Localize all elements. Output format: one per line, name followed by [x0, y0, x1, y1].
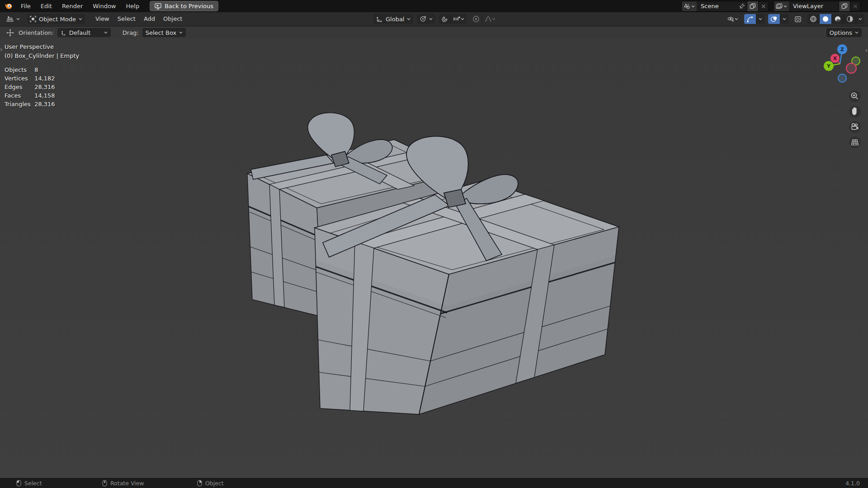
editor-type-button[interactable]	[4, 14, 23, 24]
new-viewlayer-button[interactable]	[839, 1, 850, 11]
magnet-icon	[441, 16, 448, 23]
move-tool-icon	[6, 29, 14, 37]
proportional-falloff-dropdown[interactable]	[482, 14, 498, 24]
scene-name[interactable]: Scene	[697, 3, 737, 9]
drag-setting-value: Select Box	[146, 29, 176, 36]
viewport-nav-buttons	[849, 90, 861, 148]
topbar: File Edit Render Window Help Back to Pre…	[0, 0, 868, 12]
pan-button[interactable]	[849, 106, 861, 117]
wireframe-sphere-icon	[810, 15, 817, 23]
mini-axis-icon	[61, 30, 66, 36]
new-scene-button[interactable]	[747, 1, 758, 11]
status-object-label: Object	[205, 480, 224, 487]
overlays-icon	[770, 16, 778, 23]
view-name-text: User Perspective	[5, 43, 54, 50]
menu-add[interactable]: Add	[140, 12, 159, 26]
stat-label: Edges	[5, 84, 33, 90]
menu-select[interactable]: Select	[113, 12, 140, 26]
stats-row-objects: Objects 8	[5, 66, 38, 73]
show-overlays-toggle[interactable]	[768, 14, 780, 24]
editor-3d-viewport-icon	[6, 16, 14, 23]
gizmo-x-neg-axis[interactable]	[846, 63, 856, 73]
chevron-down-icon	[759, 18, 762, 20]
unlink-scene-button[interactable]	[758, 1, 769, 11]
viewport-header: Object Mode View Select Add Object Globa…	[0, 12, 868, 26]
tool-settings-bar: Orientation: Default Drag: Select Box Op…	[0, 26, 868, 38]
pin-icon[interactable]	[737, 3, 747, 9]
stat-value: 28,316	[34, 84, 55, 90]
object-mode-icon	[30, 16, 36, 22]
chevron-down-icon	[104, 31, 108, 34]
object-visibility-dropdown[interactable]	[725, 14, 741, 24]
version-text: 4.1.0	[845, 479, 860, 488]
status-bar: Select Rotate View Object 4.1.0	[0, 478, 868, 488]
remove-viewlayer-button[interactable]	[850, 1, 860, 11]
proportional-editing-toggle[interactable]	[470, 14, 482, 24]
orientation-setting-dropdown[interactable]: Default	[57, 28, 111, 37]
chevron-down-icon	[783, 18, 786, 20]
version-number: 4.1.0	[845, 480, 860, 487]
drag-setting-label: Drag:	[123, 29, 139, 36]
pivot-point-dropdown[interactable]	[417, 14, 435, 24]
scene-browse-button[interactable]	[682, 1, 697, 11]
transform-orientation-dropdown[interactable]: Global	[373, 14, 413, 24]
blender-logo-icon[interactable]	[0, 3, 16, 9]
navigation-gizmo[interactable]: Z X Y	[824, 44, 860, 82]
viewport-3d[interactable]: Z X Y	[0, 38, 868, 479]
zoom-button[interactable]	[849, 90, 861, 102]
stats-row-triangles: Triangles 28,316	[5, 101, 55, 108]
shading-wireframe-button[interactable]	[807, 14, 819, 24]
transform-orientation-label: Global	[386, 16, 404, 23]
menu-view[interactable]: View	[91, 12, 113, 26]
options-dropdown[interactable]: Options	[826, 28, 862, 37]
overlays-dropdown[interactable]	[780, 14, 788, 24]
stat-value: 8	[34, 66, 38, 73]
stat-value: 14,182	[34, 75, 55, 82]
chevron-down-icon	[179, 31, 183, 34]
gizmo-x-label: X	[833, 56, 837, 61]
snap-toggle[interactable]	[439, 14, 450, 24]
back-to-previous-button[interactable]: Back to Previous	[150, 1, 218, 11]
shading-solid-button[interactable]	[819, 14, 831, 24]
drag-setting-dropdown[interactable]: Select Box	[142, 28, 186, 37]
mode-dropdown[interactable]: Object Mode	[27, 14, 85, 24]
menu-help[interactable]: Help	[121, 0, 145, 12]
chevron-down-icon	[691, 5, 695, 8]
mode-label: Object Mode	[39, 16, 76, 23]
viewlayer-icon	[776, 3, 783, 9]
shading-rendered-button[interactable]	[844, 14, 856, 24]
shading-dropdown[interactable]	[856, 14, 864, 24]
menu-render[interactable]: Render	[57, 0, 88, 12]
middle-mouse-icon	[102, 480, 107, 487]
stat-label: Faces	[5, 92, 33, 99]
menu-object[interactable]: Object	[159, 12, 186, 26]
snap-target-dropdown[interactable]	[450, 14, 467, 24]
camera-view-button[interactable]	[849, 121, 861, 133]
proportional-editing-icon	[472, 15, 480, 23]
shading-material-button[interactable]	[831, 14, 844, 24]
xray-toggle[interactable]	[792, 14, 804, 24]
orthographic-toggle-button[interactable]	[849, 136, 861, 148]
menu-edit[interactable]: Edit	[36, 0, 57, 12]
gizmo-z-label: Z	[840, 47, 844, 52]
stat-value: 14,158	[34, 92, 55, 99]
xray-icon	[794, 16, 802, 23]
viewlayer-browse-button[interactable]	[774, 1, 789, 11]
orientation-setting-value: Default	[69, 29, 101, 36]
toolbar-expand-arrow[interactable]: ›	[0, 46, 3, 53]
chevron-down-icon	[16, 18, 20, 20]
show-gizmo-toggle[interactable]	[744, 14, 756, 24]
gizmo-z-neg-axis[interactable]	[838, 74, 846, 82]
gizmo-dropdown[interactable]	[756, 14, 764, 24]
orientation-axes-icon	[376, 16, 383, 22]
eye-cursor-icon	[727, 16, 735, 22]
chevron-down-icon	[407, 18, 410, 20]
right-mouse-icon	[197, 480, 202, 487]
stat-label: Objects	[5, 66, 33, 73]
sidebar-expand-arrow[interactable]: ‹	[865, 47, 868, 54]
stats-row-edges: Edges 28,316	[5, 84, 55, 90]
menu-file[interactable]: File	[16, 0, 36, 12]
viewlayer-selector: ViewLayer	[774, 1, 861, 12]
menu-window[interactable]: Window	[88, 0, 121, 12]
viewlayer-name[interactable]: ViewLayer	[789, 3, 839, 9]
